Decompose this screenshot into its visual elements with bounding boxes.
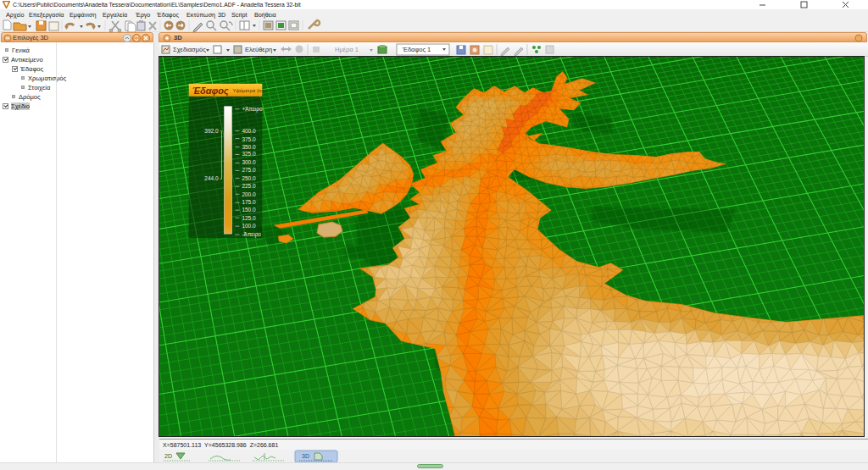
svg-text:+Άπειρο: +Άπειρο — [242, 106, 263, 113]
svg-text:275.0: 275.0 — [242, 167, 256, 173]
svg-text:150.0: 150.0 — [242, 207, 256, 213]
svg-text:350.0: 350.0 — [242, 144, 256, 150]
svg-text:400.0: 400.0 — [242, 128, 256, 134]
svg-text:Έδαφος: Έδαφος — [192, 86, 229, 97]
svg-text:3D: 3D — [302, 453, 309, 459]
svg-text:Υψόμετρα (m): Υψόμετρα (m) — [232, 88, 264, 93]
svg-text:325.0: 325.0 — [242, 151, 256, 157]
svg-text:-Άπειρο: -Άπειρο — [242, 231, 261, 238]
svg-text:392.0: 392.0 — [204, 128, 219, 134]
svg-text:300.0: 300.0 — [242, 159, 256, 165]
svg-text:100.0: 100.0 — [242, 223, 256, 229]
svg-text:375.0: 375.0 — [242, 136, 256, 142]
svg-text:200.0: 200.0 — [242, 191, 256, 197]
svg-text:225.0: 225.0 — [242, 183, 256, 189]
svg-text:125.0: 125.0 — [242, 215, 256, 221]
svg-text:250.0: 250.0 — [242, 175, 256, 181]
svg-text:2D: 2D — [164, 453, 172, 459]
svg-text:175.0: 175.0 — [242, 199, 256, 205]
svg-text:244.0: 244.0 — [204, 175, 219, 181]
